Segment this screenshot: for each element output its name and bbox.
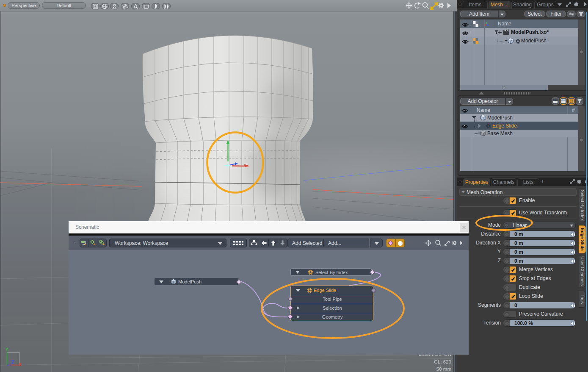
svg-text:Z: Z — [11, 360, 14, 364]
svg-text:X: X — [19, 362, 22, 367]
svg-text:Y: Y — [6, 347, 8, 352]
